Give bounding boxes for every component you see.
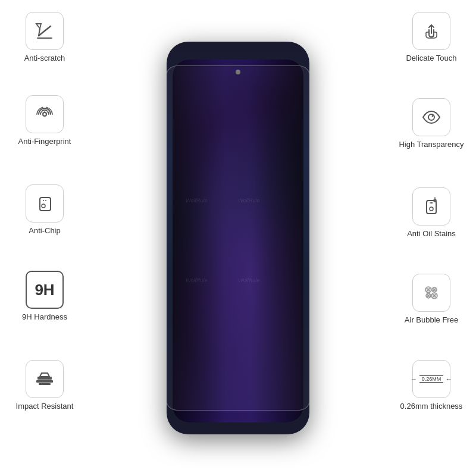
impact-icon — [34, 368, 55, 390]
impact-resistant-label: Impact Resistant — [16, 402, 74, 411]
svg-rect-14 — [39, 383, 51, 385]
chip-icon — [34, 193, 55, 214]
feature-anti-fingerprint: Anti-Fingerprint — [6, 95, 83, 146]
delicate-touch-icon-box — [412, 12, 450, 50]
feature-anti-chip: Anti-Chip — [6, 184, 83, 235]
thickness-icon-box: → 0.26MM ← — [412, 360, 450, 398]
eye-icon — [421, 107, 442, 128]
svg-point-21 — [431, 202, 432, 203]
scratch-icon — [34, 20, 55, 42]
high-transparency-icon-box — [412, 98, 450, 136]
svg-rect-8 — [40, 198, 51, 211]
feature-anti-scratch: Anti-scratch — [6, 12, 83, 62]
feature-high-transparency: High Transparency — [393, 98, 470, 149]
anti-chip-label: Anti-Chip — [29, 226, 60, 235]
anti-scratch-label: Anti-scratch — [24, 54, 65, 62]
feature-delicate-touch: Delicate Touch — [393, 12, 470, 62]
fingerprint-icon — [34, 104, 55, 125]
feature-anti-oil: Anti Oil Stains — [393, 187, 470, 238]
svg-point-17 — [432, 115, 434, 117]
thickness-arrows: → 0.26MM ← — [411, 375, 452, 383]
touch-icon — [421, 20, 442, 42]
9h-hardness-label: 9H Hardness — [22, 312, 67, 321]
feature-impact-resistant: Impact Resistant — [6, 360, 83, 411]
svg-point-16 — [428, 114, 434, 120]
feature-9h-hardness: 9H 9H Hardness — [6, 271, 83, 321]
delicate-touch-label: Delicate Touch — [406, 54, 456, 62]
anti-scratch-icon-box — [26, 12, 64, 50]
high-transparency-label: High Transparency — [399, 140, 464, 149]
anti-chip-icon-box — [26, 184, 64, 223]
svg-point-19 — [430, 207, 433, 211]
svg-rect-13 — [36, 380, 53, 383]
feature-air-bubble: Air Bubble Free — [393, 274, 470, 324]
feature-thickness: → 0.26MM ← 0.26mm thickness — [393, 360, 470, 411]
page-container: Anti-scratch Anti-Fingerprint — [0, 0, 476, 476]
arrow-left: → — [411, 375, 417, 383]
9h-text: 9H — [35, 281, 54, 299]
glass-notch — [236, 70, 240, 74]
anti-fingerprint-label: Anti-Fingerprint — [18, 137, 71, 146]
air-bubble-label: Air Bubble Free — [405, 315, 458, 324]
impact-resistant-icon-box — [26, 360, 64, 398]
thickness-inner: → 0.26MM ← — [411, 375, 452, 383]
phone-wrapper: WolfRule WolfRule WolfRule WolfRule — [161, 36, 315, 440]
glass-overlay — [165, 65, 311, 411]
arrow-right: ← — [446, 375, 452, 383]
anti-oil-label: Anti Oil Stains — [407, 229, 456, 238]
svg-marker-2 — [36, 24, 41, 29]
thickness-label: 0.26mm thickness — [400, 402, 463, 411]
svg-point-9 — [42, 204, 45, 208]
anti-oil-icon-box — [412, 187, 450, 226]
bubble-icon — [421, 282, 442, 303]
air-bubble-icon-box — [412, 274, 450, 312]
thickness-value: 0.26MM — [422, 376, 441, 382]
anti-fingerprint-icon-box — [26, 95, 64, 133]
oil-icon — [421, 196, 442, 217]
svg-point-4 — [43, 112, 46, 116]
svg-marker-15 — [40, 373, 49, 377]
9h-hardness-icon-box: 9H — [26, 271, 64, 309]
